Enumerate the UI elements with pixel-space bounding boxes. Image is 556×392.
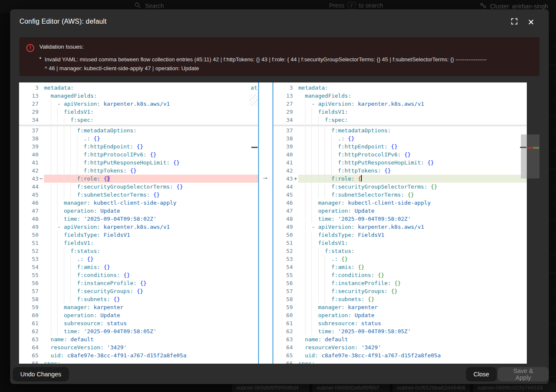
diff-marker bbox=[39, 303, 44, 311]
diff-marker bbox=[39, 295, 44, 303]
code-line[interactable]: 65uid: c8afe97e-38cc-4f91-a767-d15f2a8fe… bbox=[19, 351, 258, 359]
code-line[interactable]: 64resourceVersion: '3429' bbox=[273, 343, 527, 351]
code-line[interactable]: 40f:httpProtocolIPv6: {} bbox=[273, 151, 527, 159]
code-line[interactable]: 37f:metadataOptions: bbox=[273, 126, 527, 134]
code-line[interactable]: 29fieldsV1: bbox=[19, 108, 258, 116]
code-line[interactable]: 3metadata: bbox=[273, 84, 527, 92]
code-line[interactable]: 63name: default bbox=[273, 335, 527, 343]
code-line[interactable]: 48time: '2025-09-04T09:58:02Z' bbox=[273, 215, 527, 223]
diff-splitter[interactable]: → bbox=[258, 82, 273, 364]
close-dialog-button[interactable]: ✕ bbox=[524, 15, 538, 29]
yaml-diff-editor: at 37f:metadataOptions:38.: {}39f:httpEn… bbox=[19, 82, 527, 364]
code-line[interactable]: 38.: {} bbox=[273, 134, 527, 143]
code-line[interactable]: 53.: {} bbox=[273, 255, 527, 263]
code-line[interactable]: 54f:amis: {} bbox=[273, 263, 527, 271]
code-line[interactable]: 61subresource: status bbox=[19, 319, 258, 327]
code-line[interactable]: 60operation: Update bbox=[19, 311, 258, 319]
code-line[interactable]: 41f:httpPutResponseHopLimit: {} bbox=[19, 159, 258, 167]
code-line[interactable]: 39f:httpEndpoint: {} bbox=[19, 143, 258, 151]
code-line[interactable]: 13managedFields: bbox=[19, 92, 258, 100]
code-line[interactable]: 34f:spec: bbox=[273, 116, 527, 124]
code-line[interactable]: 49- apiVersion: karpenter.k8s.aws/v1 bbox=[273, 223, 527, 231]
code-line[interactable]: 27- apiVersion: karpenter.k8s.aws/v1 bbox=[273, 100, 527, 108]
code-line[interactable]: 45f:subnetSelectorTerms: {} bbox=[19, 191, 258, 199]
code-line[interactable]: 27- apiVersion: karpenter.k8s.aws/v1 bbox=[19, 100, 258, 108]
right-scrollbar-slider[interactable] bbox=[521, 134, 527, 178]
code-line[interactable]: 66spec: bbox=[273, 359, 527, 364]
warning-icon: ! bbox=[26, 44, 34, 52]
code-line[interactable]: 42f:httpTokens: {} bbox=[273, 167, 527, 175]
code-line[interactable]: 61subresource: status bbox=[273, 319, 527, 327]
code-line[interactable]: 55f:conditions: {} bbox=[19, 271, 258, 279]
code-line[interactable]: 3metadata: bbox=[19, 84, 258, 92]
line-number: 53 bbox=[19, 255, 39, 263]
code-line[interactable]: 62time: '2025-09-04T09:58:05Z' bbox=[19, 327, 258, 335]
diff-marker bbox=[293, 207, 298, 215]
code-line[interactable]: 63name: default bbox=[19, 335, 258, 343]
code-line[interactable]: 51fieldsV1: bbox=[273, 239, 527, 247]
code-line[interactable]: 37f:metadataOptions: bbox=[19, 126, 258, 134]
line-number: 49 bbox=[19, 223, 39, 231]
code-line[interactable]: 56f:instanceProfile: {} bbox=[19, 279, 258, 287]
code-line[interactable]: 43−f:role: {} bbox=[19, 175, 258, 183]
code-line[interactable]: 62time: '2025-09-04T09:58:05Z' bbox=[273, 327, 527, 335]
code-line[interactable]: 38.: {} bbox=[19, 134, 258, 143]
code-line[interactable]: 60operation: Update bbox=[273, 311, 527, 319]
diff-marker bbox=[39, 287, 44, 295]
save-apply-button[interactable]: Save & Apply bbox=[498, 367, 549, 381]
diff-pane-original[interactable]: at 37f:metadataOptions:38.: {}39f:httpEn… bbox=[19, 82, 258, 364]
diff-overview-slider[interactable] bbox=[527, 134, 539, 178]
code-line[interactable]: 54f:amis: {} bbox=[19, 263, 258, 271]
code-text: .: {} bbox=[298, 255, 527, 263]
code-line[interactable]: 43+f:role: { bbox=[273, 175, 527, 183]
code-line[interactable]: 52f:status: bbox=[273, 247, 527, 255]
code-text: f:instanceProfile: {} bbox=[44, 279, 258, 287]
code-line[interactable]: 57f:securityGroups: {} bbox=[19, 287, 258, 295]
code-text: manager: karpenter bbox=[44, 303, 258, 311]
code-line[interactable]: 58f:subnets: {} bbox=[19, 295, 258, 303]
code-line[interactable]: 44f:securityGroupSelectorTerms: {} bbox=[273, 183, 527, 191]
code-line[interactable]: 13managedFields: bbox=[273, 92, 527, 100]
code-line[interactable]: 45f:subnetSelectorTerms: {} bbox=[273, 191, 527, 199]
revert-change-arrow[interactable]: → bbox=[262, 173, 269, 181]
code-line[interactable]: 47operation: Update bbox=[273, 207, 527, 215]
code-line[interactable]: 39f:httpEndpoint: {} bbox=[273, 143, 527, 151]
code-line[interactable]: 57f:securityGroups: {} bbox=[273, 287, 527, 295]
code-line[interactable]: 51fieldsV1: bbox=[19, 239, 258, 247]
line-number: 62 bbox=[273, 327, 293, 335]
code-line[interactable]: 59manager: karpenter bbox=[19, 303, 258, 311]
code-line[interactable]: 40f:httpProtocolIPv6: {} bbox=[19, 151, 258, 159]
code-line[interactable]: 59manager: karpenter bbox=[273, 303, 527, 311]
code-line[interactable]: 52f:status: bbox=[19, 247, 258, 255]
undo-changes-button[interactable]: Undo Changes bbox=[13, 367, 69, 381]
line-number: 34 bbox=[273, 116, 293, 124]
code-line[interactable]: 48time: '2025-09-04T09:58:02Z' bbox=[19, 215, 258, 223]
code-line[interactable]: 55f:conditions: {} bbox=[273, 271, 527, 279]
code-text: f:httpProtocolIPv6: {} bbox=[44, 151, 258, 159]
code-line[interactable]: 56f:instanceProfile: {} bbox=[273, 279, 527, 287]
code-line[interactable]: 46manager: kubectl-client-side-apply bbox=[19, 199, 258, 207]
code-line[interactable]: 66spec: bbox=[19, 359, 258, 364]
diff-pane-modified[interactable]: 37f:metadataOptions:38.: {}39f:httpEndpo… bbox=[273, 82, 527, 364]
diff-marker bbox=[39, 183, 44, 191]
code-line[interactable]: 29fieldsV1: bbox=[273, 108, 527, 116]
code-line[interactable]: 42f:httpTokens: {} bbox=[19, 167, 258, 175]
diff-marker bbox=[293, 255, 298, 263]
code-text: operation: Update bbox=[44, 207, 258, 215]
code-line[interactable]: 49- apiVersion: karpenter.k8s.aws/v1 bbox=[19, 223, 258, 231]
code-line[interactable]: 34f:spec: bbox=[19, 116, 258, 124]
code-line[interactable]: 58f:subnets: {} bbox=[273, 295, 527, 303]
diff-marker bbox=[293, 134, 298, 143]
close-button[interactable]: Close bbox=[466, 367, 497, 381]
code-line[interactable]: 47operation: Update bbox=[19, 207, 258, 215]
code-line[interactable]: 50fieldsType: FieldsV1 bbox=[273, 231, 527, 239]
code-line[interactable]: 50fieldsType: FieldsV1 bbox=[19, 231, 258, 239]
code-line[interactable]: 65uid: c8afe97e-38cc-4f91-a767-d15f2a8fe… bbox=[273, 351, 527, 359]
code-line[interactable]: 64resourceVersion: '3429' bbox=[19, 343, 258, 351]
line-number: 48 bbox=[19, 215, 39, 223]
code-line[interactable]: 53.: {} bbox=[19, 255, 258, 263]
code-line[interactable]: 41f:httpPutResponseHopLimit: {} bbox=[273, 159, 527, 167]
code-line[interactable]: 46manager: kubectl-client-side-apply bbox=[273, 199, 527, 207]
code-line[interactable]: 44f:securityGroupSelectorTerms: {} bbox=[19, 183, 258, 191]
fullscreen-button[interactable] bbox=[507, 15, 521, 29]
